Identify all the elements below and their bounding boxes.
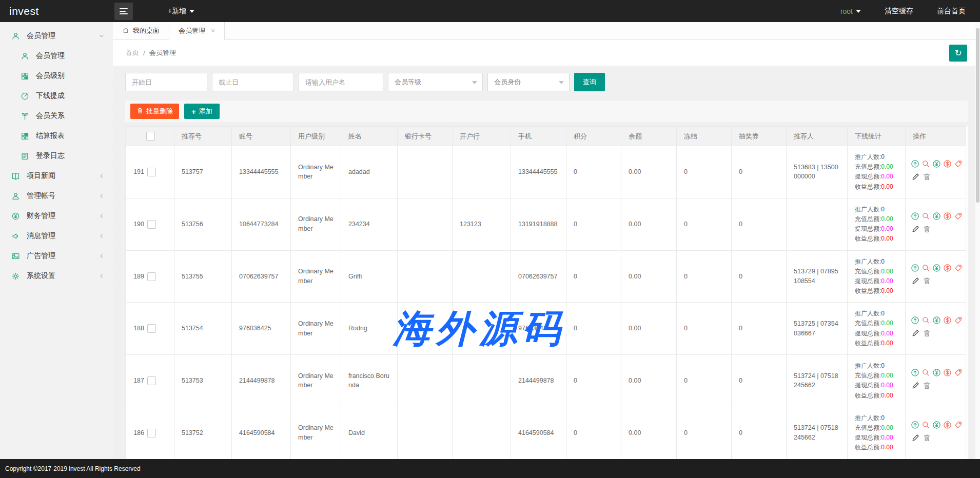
column-header-phone: 手机 [511, 127, 566, 146]
edit-icon[interactable] [911, 433, 920, 442]
promote-icon[interactable] [911, 316, 919, 325]
breadcrumb-home[interactable]: 首页 [126, 48, 139, 57]
sidebar-item-downline-commission[interactable]: 下线提成 [0, 86, 113, 106]
edit-icon[interactable] [911, 381, 920, 390]
sidebar-item-admin-account[interactable]: 管理帐号 [0, 186, 113, 206]
refresh-button[interactable]: ↻ [949, 45, 967, 62]
add-button[interactable]: + 添加 [184, 104, 220, 119]
search-icon[interactable] [922, 264, 930, 273]
cell-select: 186 [126, 407, 174, 459]
sidebar-item-project-news[interactable]: 项目新闻 [0, 166, 113, 186]
add-new-label: +新增 [168, 7, 186, 16]
tag-icon[interactable] [954, 316, 963, 325]
search-icon[interactable] [922, 211, 930, 221]
scrollbar[interactable] [975, 22, 980, 459]
start-date-input[interactable] [125, 73, 207, 91]
tag-icon[interactable] [954, 264, 963, 273]
cell-stats: 推广人数:0充值总额:0.00提现总额:0.00收益总额:0.00 [848, 303, 906, 355]
edit-icon[interactable] [911, 276, 920, 286]
search-icon[interactable] [922, 368, 930, 377]
row-checkbox[interactable] [147, 324, 156, 333]
dollar-icon[interactable] [943, 264, 952, 273]
tag-icon[interactable] [954, 368, 963, 377]
end-date-input[interactable] [212, 73, 294, 91]
delete-icon[interactable] [922, 224, 931, 233]
menu-toggle-icon[interactable] [114, 3, 133, 20]
sidebar-item-member-relation[interactable]: 会员关系 [0, 106, 113, 126]
dollar-icon[interactable] [943, 316, 952, 325]
search-button[interactable]: 查询 [574, 73, 605, 91]
sidebar-item-login-log[interactable]: 登录日志 [0, 146, 113, 166]
table-header-row: 推荐号账号用户级别姓名银行卡号开户行手机积分余额冻结抽奖券推荐人下线统计操作 [126, 127, 966, 146]
username-input[interactable] [299, 73, 383, 91]
yen-icon[interactable] [932, 159, 941, 168]
promote-icon[interactable] [911, 211, 919, 221]
search-icon[interactable] [922, 420, 930, 429]
dollar-icon[interactable] [943, 420, 952, 429]
search-icon[interactable] [922, 159, 930, 168]
delete-icon[interactable] [922, 381, 931, 390]
clear-cache-link[interactable]: 清空缓存 [885, 7, 913, 16]
sidebar-item-system-settings[interactable]: 系统设置 [0, 266, 113, 286]
edit-icon[interactable] [911, 172, 920, 181]
ops-line-1 [911, 316, 961, 325]
yen-icon[interactable] [932, 264, 941, 273]
yen-icon[interactable] [932, 368, 941, 377]
sidebar-item-message-management[interactable]: 消息管理 [0, 226, 113, 246]
stat-value: 0.00 [881, 424, 893, 431]
tab-my-desktop[interactable]: 我的桌面 [113, 22, 169, 39]
yen-icon[interactable] [932, 211, 941, 221]
member-identity-select[interactable]: 会员身份 [487, 73, 570, 91]
promote-icon[interactable] [911, 264, 919, 273]
dollar-icon[interactable] [943, 368, 952, 377]
edit-icon[interactable] [911, 329, 920, 338]
edit-icon[interactable] [911, 224, 920, 233]
front-home-link[interactable]: 前台首页 [937, 7, 966, 16]
batch-delete-button[interactable]: 批量删除 [130, 104, 179, 119]
sidebar-item-finance-management[interactable]: 财务管理 [0, 206, 113, 226]
delete-icon[interactable] [922, 433, 931, 442]
row-checkbox[interactable] [147, 272, 156, 281]
cell-name: David [341, 407, 398, 459]
dollar-icon[interactable] [943, 159, 952, 168]
row-checkbox[interactable] [147, 376, 156, 385]
row-checkbox[interactable] [147, 168, 156, 176]
row-checkbox[interactable] [147, 429, 156, 437]
tag-icon[interactable] [954, 159, 963, 168]
promote-icon[interactable] [911, 159, 919, 168]
ops-line-1 [911, 211, 961, 221]
promote-icon[interactable] [911, 368, 919, 377]
tag-icon[interactable] [954, 420, 963, 429]
cell-bank [453, 355, 511, 407]
close-icon[interactable]: × [211, 27, 215, 35]
sidebar-item-settlement-report[interactable]: 结算报表 [0, 126, 113, 146]
tag-icon[interactable] [954, 211, 963, 221]
refresh-icon: ↻ [954, 48, 962, 58]
scrollbar-thumb[interactable] [976, 28, 979, 203]
table-row: 18951375507062639757Ordinary MemberGriff… [126, 250, 966, 303]
sidebar-item-ad-management[interactable]: 广告管理 [0, 246, 113, 266]
search-icon[interactable] [922, 316, 930, 325]
promote-icon[interactable] [911, 420, 919, 429]
delete-icon[interactable] [922, 329, 931, 338]
user-dropdown[interactable]: root [840, 7, 861, 15]
stat-value: 0.00 [881, 225, 893, 232]
tab-member-management[interactable]: 会员管理 × [169, 22, 225, 40]
member-level-select[interactable]: 会员等级 [388, 73, 483, 91]
add-new-dropdown[interactable]: +新增 [168, 7, 194, 16]
cell-account: 07062639757 [232, 250, 291, 303]
settings-icon [11, 272, 20, 281]
sidebar-item-member-management-sub[interactable]: 会员管理 [0, 46, 113, 66]
yen-icon[interactable] [932, 316, 941, 325]
delete-icon[interactable] [922, 276, 931, 286]
row-checkbox[interactable] [147, 220, 156, 229]
select-all-checkbox[interactable] [146, 132, 155, 141]
tab-label: 会员管理 [179, 26, 205, 35]
sidebar-item-label: 下线提成 [36, 91, 65, 101]
dollar-icon[interactable] [943, 211, 952, 221]
yen-icon[interactable] [932, 420, 941, 429]
sidebar-item-member-level[interactable]: 会员级别 [0, 66, 113, 86]
delete-icon[interactable] [922, 172, 931, 181]
sidebar-item-member-management[interactable]: 会员管理 [0, 26, 113, 46]
cell-referrer: 513725 | 07354036667 [787, 303, 848, 355]
